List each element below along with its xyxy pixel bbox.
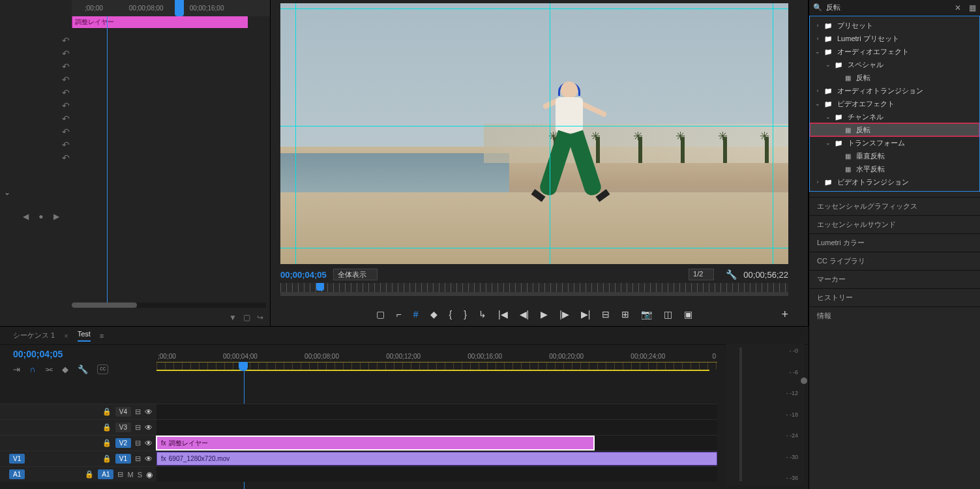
eye-icon[interactable]: 👁 <box>145 423 153 432</box>
source-patch-v1[interactable]: V1 <box>9 454 25 464</box>
timeline-timecode[interactable]: 00;00;04;05 <box>13 349 63 359</box>
clear-search-icon[interactable]: ✕ <box>955 3 961 12</box>
step-forward-icon[interactable]: ▶| <box>581 309 591 319</box>
sync-lock-icon[interactable]: ⊟ <box>135 439 141 447</box>
track-label[interactable]: V2 <box>115 438 131 448</box>
marker-icon[interactable]: ◆ <box>430 309 438 319</box>
track-header-a1[interactable]: A1 🔒 A1 ⊟ M S ◉ <box>0 467 156 482</box>
extract-icon[interactable]: ⊞ <box>621 309 629 319</box>
comparison-view-icon[interactable]: ◫ <box>664 309 672 319</box>
tree-folder-video-transitions[interactable]: ›ビデオトランジション <box>810 175 979 188</box>
panel-link-essential-sound[interactable]: エッセンシャルサウンド <box>809 215 980 233</box>
sync-lock-icon[interactable]: ⊟ <box>135 408 141 416</box>
panel-link-info[interactable]: 情報 <box>809 306 980 325</box>
tree-folder-transform[interactable]: ⌄トランスフォーム <box>810 136 979 149</box>
tree-folder-lumetri-presets[interactable]: ›Lumetri プリセット <box>810 32 979 45</box>
source-scrollbar[interactable] <box>72 303 266 308</box>
insert-mode-icon[interactable]: ⇥ <box>13 364 20 374</box>
source-clip-adjustment-layer[interactable]: 調整レイヤー <box>72 16 248 28</box>
lock-icon[interactable]: 🔒 <box>85 470 94 479</box>
source-ruler[interactable]: ;00;00 00;00;08;00 00;00;16;00 <box>72 0 270 16</box>
undo-icon[interactable]: ↶ <box>60 153 72 163</box>
program-timecode-out[interactable]: 00;00;56;22 <box>743 270 788 280</box>
undo-icon[interactable]: ↶ <box>60 140 72 150</box>
source-nav-controls[interactable]: ◀ ● ▶ <box>23 212 63 221</box>
effects-search-input[interactable]: 反転 <box>826 3 840 12</box>
filter-icon[interactable]: ▼ <box>229 313 237 322</box>
solo-button[interactable]: S <box>138 471 142 479</box>
marker-tool-icon[interactable]: ◆ <box>62 364 68 374</box>
play-icon[interactable]: ▶ <box>541 309 548 319</box>
tab-test[interactable]: Test <box>78 330 91 342</box>
undo-icon[interactable]: ↶ <box>60 35 72 46</box>
panel-menu-icon[interactable]: ▦ <box>969 3 976 12</box>
tree-effect-invert-audio[interactable]: 反転 <box>810 71 979 84</box>
frame-back-icon[interactable]: ◀| <box>520 309 529 319</box>
track-header-v4[interactable]: 🔒 V4 ⊟ 👁 <box>0 404 156 419</box>
undo-icon[interactable]: ↶ <box>60 100 72 111</box>
lock-icon[interactable]: 🔒 <box>102 439 111 447</box>
undo-icon[interactable]: ↶ <box>60 48 72 59</box>
playback-resolution-select[interactable]: 1/2 <box>689 269 714 280</box>
undo-icon[interactable]: ↶ <box>60 74 72 85</box>
undo-icon[interactable]: ↶ <box>60 87 72 98</box>
marker-add-icon[interactable]: ▢ <box>376 309 385 319</box>
tree-folder-video-effects[interactable]: ⌄ビデオエフェクト <box>810 97 979 110</box>
program-ruler[interactable] <box>280 283 788 296</box>
settings-wrench-icon[interactable]: 🔧 <box>726 269 737 280</box>
lock-icon[interactable]: 🔒 <box>102 454 111 463</box>
new-bin-icon[interactable]: ▢ <box>243 313 250 322</box>
snap-icon[interactable]: ∩ <box>29 364 35 374</box>
track-header-v1[interactable]: V1 🔒 V1 ⊟ 👁 <box>0 451 156 466</box>
wrench-icon[interactable]: 🔧 <box>78 364 88 374</box>
timeline-scroll-end[interactable] <box>721 378 807 385</box>
eye-icon[interactable]: 👁 <box>145 439 153 448</box>
linked-selection-icon[interactable]: ⫘ <box>44 364 53 374</box>
undo-icon[interactable]: ↶ <box>60 61 72 72</box>
lift-icon[interactable]: ⊟ <box>602 309 610 319</box>
track-header-v2[interactable]: 🔒 V2 ⊟ 👁 <box>0 436 156 451</box>
safe-margins-icon[interactable]: # <box>413 309 419 319</box>
eye-icon[interactable]: 👁 <box>145 408 153 417</box>
mark-in-icon[interactable]: { <box>449 309 453 319</box>
sync-lock-icon[interactable]: ⊟ <box>135 454 141 463</box>
sync-lock-icon[interactable]: ⊟ <box>117 470 123 479</box>
undo-icon[interactable]: ↶ <box>60 113 72 124</box>
track-label[interactable]: V3 <box>115 422 131 432</box>
sync-lock-icon[interactable]: ⊟ <box>135 423 141 432</box>
undo-icon[interactable]: ↶ <box>60 126 72 137</box>
mute-button[interactable]: M <box>127 471 133 479</box>
export-frame-icon[interactable]: 📷 <box>641 309 652 319</box>
tree-folder-audio-transitions[interactable]: ›オーディオトランジション <box>810 84 979 97</box>
new-item-icon[interactable]: ↪ <box>257 313 263 322</box>
source-patch-a1[interactable]: A1 <box>9 469 25 479</box>
voiceover-icon[interactable]: ◉ <box>146 470 153 479</box>
panel-link-lumetri-color[interactable]: Lumetri カラー <box>809 233 980 252</box>
frame-forward-icon[interactable]: |▶ <box>559 309 569 319</box>
tree-folder-channel[interactable]: ⌄チャンネル <box>810 110 979 123</box>
tree-folder-special[interactable]: ⌄スペシャル <box>810 58 979 71</box>
program-timecode-in[interactable]: 00;00;04;05 <box>280 270 327 280</box>
tab-menu-icon[interactable]: ≡ <box>100 332 104 340</box>
tab-sequence-1[interactable]: シーケンス 1 <box>13 331 55 340</box>
clip-adjustment-layer[interactable]: fx 調整レイヤー <box>156 436 594 450</box>
panel-link-essential-graphics[interactable]: エッセンシャルグラフィックス <box>809 197 980 215</box>
mark-out-icon[interactable]: } <box>464 309 467 319</box>
track-label[interactable]: V4 <box>115 407 131 417</box>
step-back-icon[interactable]: |◀ <box>498 309 508 319</box>
caption-icon[interactable]: cc <box>97 364 108 374</box>
panel-link-cc-libraries[interactable]: CC ライブラリ <box>809 252 980 270</box>
program-video-frame[interactable] <box>280 3 788 264</box>
button-editor-icon[interactable]: + <box>781 308 788 321</box>
lock-icon[interactable]: 🔒 <box>102 408 111 416</box>
track-header-v3[interactable]: 🔒 V3 ⊟ 👁 <box>0 420 156 435</box>
panel-link-history[interactable]: ヒストリー <box>809 288 980 306</box>
timeline-ruler[interactable]: ;00;00 00;00;04;00 00;00;08;00 00;00;12;… <box>156 353 717 372</box>
go-to-in-icon[interactable]: ↳ <box>479 309 486 319</box>
source-playhead[interactable] <box>175 0 184 16</box>
tree-effect-vertical-flip[interactable]: 垂直反転 <box>810 149 979 162</box>
tree-folder-audio-effects[interactable]: ⌄オーディオエフェクト <box>810 45 979 58</box>
proxy-toggle-icon[interactable]: ▣ <box>684 309 692 319</box>
tree-effect-invert-channel[interactable]: 反転 <box>810 123 979 136</box>
track-label[interactable]: A1 <box>98 469 113 479</box>
